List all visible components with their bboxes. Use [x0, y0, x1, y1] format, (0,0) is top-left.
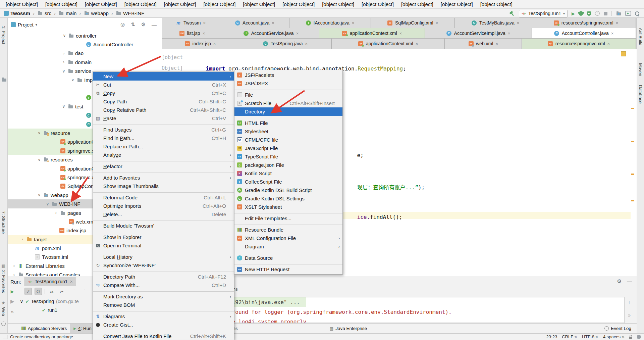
context-menu-item[interactable]: Find Usages Ctrl+G [93, 126, 234, 134]
tree-chevron[interactable]: ∨ [37, 157, 41, 162]
menubar-item[interactable]: [object Object] [358, 1, 397, 7]
tool-button-database[interactable]: Database [638, 85, 643, 104]
tree-chevron[interactable]: ∨ [46, 202, 50, 206]
tree-chevron[interactable]: › [62, 51, 66, 56]
toggle-toolwindows-icon[interactable] [3, 335, 7, 339]
submenu-item[interactable]: Resource Bundle [234, 226, 342, 234]
run-button[interactable]: ▶ [572, 11, 575, 16]
editor-tab[interactable]: <> resource\springmvc.xml × [522, 39, 636, 49]
tool-button-structure[interactable]: 7: Structure [1, 211, 6, 234]
hector-inspections-icon[interactable] [637, 335, 641, 339]
submenu-item[interactable] [234, 223, 342, 226]
context-menu-item[interactable]: Remove BOM [93, 301, 234, 309]
context-menu-item[interactable]: >_ Open in Terminal [93, 241, 234, 250]
tree-chevron[interactable]: › [12, 263, 16, 268]
menubar-item[interactable]: [object Object] [397, 1, 437, 7]
editor-tab[interactable]: I AccountService.java × [223, 28, 319, 39]
tool-button-maven[interactable]: Maven [638, 63, 643, 76]
context-menu-item[interactable] [93, 289, 234, 292]
tree-chevron[interactable]: ∨ [62, 33, 66, 38]
context-menu-item[interactable]: ⇆ Compare With... Ctrl+D [93, 281, 234, 289]
error-stripe-mark[interactable] [631, 174, 634, 175]
star-icon[interactable]: ★ [1, 300, 5, 305]
tool-button-run[interactable]: ▶ 4: Run [70, 324, 95, 333]
status-widget[interactable]: 23:23 [546, 334, 557, 339]
close-icon[interactable]: × [616, 20, 619, 26]
context-menu-item[interactable] [93, 190, 234, 193]
context-menu-item[interactable] [93, 270, 234, 273]
submenu-item[interactable] [234, 251, 342, 254]
close-icon[interactable]: × [399, 31, 402, 36]
submenu-item[interactable]: JS JavaScript File [234, 144, 342, 152]
sort-alphabetically-icon[interactable]: ↓a [48, 288, 55, 295]
context-menu-item[interactable]: Show Image Thumbnails [93, 182, 234, 190]
error-stripe-mark[interactable] [631, 141, 634, 142]
gear-icon[interactable]: ⚙ [139, 21, 148, 28]
tree-row[interactable]: › dao [8, 49, 161, 58]
menubar-item[interactable]: [object Object] [42, 1, 81, 7]
structure-grid-icon[interactable]: ▦ [1, 263, 5, 269]
context-menu-item[interactable]: Optimize Imports Ctrl+Alt+O [93, 202, 234, 210]
tree-chevron[interactable]: ∨ [71, 78, 75, 82]
menubar-item[interactable]: [object Object] [121, 1, 160, 7]
build-hammer-icon[interactable] [509, 11, 515, 16]
tree-chevron[interactable]: ∨ [62, 104, 66, 109]
profiler-button[interactable] [595, 11, 600, 16]
status-widget[interactable]: CRLF ⇅ [562, 334, 577, 339]
test-tree-row[interactable]: ✔ run1 [20, 306, 79, 314]
editor-tab[interactable]: C TestMyBatis.java × [455, 18, 536, 28]
close-icon[interactable]: × [495, 41, 498, 46]
submenu-item[interactable]: H HTML File [234, 119, 342, 127]
editor-tab[interactable]: <> applicationContext.xml × [332, 39, 445, 49]
close-icon[interactable]: × [296, 31, 299, 36]
tree-chevron[interactable]: ∨ [62, 69, 66, 74]
breadcrumb-item[interactable]: WEB-INF › [115, 10, 145, 16]
tree-row[interactable]: C AccountController [8, 40, 161, 49]
tree-chevron[interactable]: › [20, 237, 24, 242]
error-stripe-mark[interactable] [631, 200, 634, 201]
context-menu-item[interactable]: Convert Java File to Kotlin File Ctrl+Al… [93, 332, 234, 340]
editor-tab[interactable]: <> SqlMapConfig.xml × [371, 18, 455, 28]
rerun-button[interactable]: ▶ [11, 289, 14, 294]
context-menu-item[interactable] [93, 309, 234, 312]
submenu-item[interactable]: Edit File Templates... [234, 214, 342, 223]
menubar-item[interactable]: [object Object] [318, 1, 358, 7]
submenu-item[interactable]: TS TypeScript File [234, 152, 342, 161]
run-configuration-select[interactable]: ◀▶ TestSpring.run1 ▾ [519, 10, 568, 17]
hide-panel-icon[interactable]: — [150, 22, 159, 28]
context-menu-item[interactable]: Copy Relative Path Ctrl+Alt+Shift+C [93, 106, 234, 114]
submenu-item[interactable]: G Gradle Kotlin DSL Build Script [234, 186, 342, 194]
debug-button[interactable] [579, 11, 583, 16]
context-menu-item[interactable]: Copy Path Ctrl+Shift+C [93, 97, 234, 106]
context-menu-item[interactable] [93, 329, 234, 332]
tree-row[interactable]: › domain [8, 58, 161, 66]
test-tree-row[interactable]: ∨ ✔ TestSpring (com.gx.te [20, 297, 79, 306]
submenu-item[interactable]: c CoffeeScript File [234, 178, 342, 186]
close-icon[interactable]: × [436, 20, 438, 26]
editor-tab[interactable]: <> resources\springmvc.xml × [536, 18, 636, 28]
project-panel-title[interactable]: Project [18, 22, 34, 28]
sort-by-duration-icon[interactable]: ↓≡ [58, 288, 65, 295]
tool-button-favorites[interactable]: 2: Favorites [1, 270, 6, 293]
expand-more-icon[interactable]: » [11, 309, 14, 314]
editor-tab[interactable]: JSP list.jsp × [162, 28, 223, 39]
submenu-item[interactable] [234, 262, 342, 265]
tree-row[interactable]: ∨ controller [8, 31, 161, 40]
tree-chevron[interactable]: › [54, 210, 58, 215]
close-icon[interactable]: × [416, 41, 418, 46]
context-menu-item[interactable]: Add to Favorites › [93, 174, 234, 182]
context-menu-item[interactable] [93, 230, 234, 233]
submenu-item[interactable]: K Kotlin Script [234, 169, 342, 178]
context-menu-item[interactable]: ✂ Cut Ctrl+X [93, 81, 234, 89]
tree-chevron[interactable]: › [62, 60, 66, 64]
breadcrumb-item[interactable]: main › [58, 10, 83, 16]
close-icon[interactable]: × [611, 31, 614, 36]
context-menu-item[interactable] [93, 250, 234, 253]
context-menu-item[interactable] [93, 218, 234, 222]
editor-tab[interactable]: I IAccountdao.java × [289, 18, 371, 28]
event-log-button[interactable]: Event Log [604, 326, 631, 331]
menubar-item[interactable]: [object Object] [279, 1, 318, 7]
project-structure-icon[interactable] [616, 11, 621, 16]
context-menu-item[interactable]: Analyze › [93, 151, 234, 159]
context-menu-item[interactable]: Find in Path... Ctrl+H [93, 134, 234, 142]
